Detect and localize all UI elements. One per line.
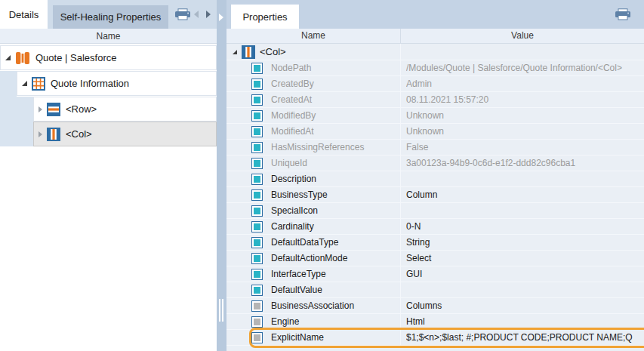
property-row[interactable]: BusinessType Column bbox=[226, 187, 644, 203]
property-value: 3a00123a-94b9-0c6d-e1f2-ddd82c96cba1 bbox=[406, 158, 644, 168]
tree-item-label: <Col> bbox=[66, 128, 92, 140]
property-icon bbox=[251, 285, 263, 296]
module-tree: Quote | Salesforce Quote Information bbox=[0, 44, 217, 351]
row-icon bbox=[47, 103, 60, 116]
property-value: Columns bbox=[406, 300, 644, 311]
tab-details[interactable]: Details bbox=[0, 0, 48, 29]
property-icon bbox=[251, 316, 263, 328]
property-name: DefaultValue bbox=[271, 285, 400, 295]
property-value: Admin bbox=[406, 79, 644, 89]
collapse-triangle-icon[interactable] bbox=[39, 131, 42, 137]
property-row[interactable]: Engine Html bbox=[226, 314, 644, 330]
property-icon bbox=[251, 253, 263, 264]
tab-properties[interactable]: Properties bbox=[231, 5, 299, 29]
property-row[interactable]: DefaultActionMode Select bbox=[226, 251, 644, 266]
property-name: CreatedAt bbox=[271, 94, 400, 105]
property-name: SpecialIcon bbox=[271, 205, 400, 216]
property-icon bbox=[251, 269, 263, 280]
print-icon[interactable] bbox=[615, 8, 631, 20]
property-row[interactable]: Description bbox=[226, 171, 644, 187]
property-icon bbox=[251, 142, 263, 153]
property-value: Select bbox=[406, 253, 644, 263]
property-name: ModifiedAt bbox=[271, 126, 400, 137]
tree-name-column-header[interactable]: Name bbox=[0, 29, 217, 44]
tree-item-label: Quote | Salesforce bbox=[35, 52, 116, 63]
property-row-explicitname[interactable]: ExplicitName $1;$<n>;$last; #;PRODUCT CO… bbox=[226, 330, 644, 346]
properties-grid: <Col> NodePath /Modules/Quote | Salesfor… bbox=[226, 44, 644, 351]
property-name: ModifiedBy bbox=[271, 110, 400, 121]
property-value: GUI bbox=[406, 269, 644, 279]
properties-grid-header: Name Value bbox=[226, 29, 644, 44]
property-name: BusinessType bbox=[271, 189, 400, 200]
property-value: 08.11.2021 15:57:20 bbox=[406, 94, 644, 105]
table-icon bbox=[32, 77, 45, 91]
property-icon bbox=[251, 63, 263, 74]
collapse-triangle-icon[interactable] bbox=[39, 106, 42, 112]
value-column-header[interactable]: Value bbox=[400, 29, 644, 43]
property-icon bbox=[251, 205, 263, 217]
property-row[interactable]: HasMissingReferences False bbox=[226, 140, 644, 155]
property-row[interactable]: UniqueId 3a00123a-94b9-0c6d-e1f2-ddd82c9… bbox=[226, 155, 644, 171]
column-separator[interactable] bbox=[400, 44, 401, 346]
property-value: False bbox=[406, 142, 644, 152]
tree-item-quote-salesforce[interactable]: Quote | Salesforce bbox=[0, 45, 217, 70]
tab-self-healing-properties[interactable]: Self-Healing Properties bbox=[53, 5, 168, 29]
tab-scroll-right-icon[interactable] bbox=[206, 11, 211, 18]
property-row[interactable]: ModifiedBy Unknown bbox=[226, 108, 644, 124]
column-icon bbox=[47, 128, 60, 141]
panel-splitter[interactable] bbox=[217, 0, 226, 351]
property-name: ExplicitName bbox=[271, 332, 400, 343]
left-tab-strip: Details Self-Healing Properties bbox=[0, 0, 217, 29]
print-icon[interactable] bbox=[174, 8, 191, 20]
property-icon bbox=[251, 158, 263, 169]
tree-indent-strip bbox=[0, 71, 17, 146]
property-row[interactable]: SpecialIcon bbox=[226, 203, 644, 219]
property-name: DefaultDataType bbox=[271, 237, 400, 248]
property-value: $1;$<n>;$last; #;PRODUCT CODE;PRODUCT NA… bbox=[406, 332, 644, 343]
property-name: Description bbox=[271, 174, 400, 184]
tree-item-label: <Row> bbox=[66, 103, 97, 115]
property-icon bbox=[251, 79, 263, 90]
property-value: Unknown bbox=[406, 126, 644, 137]
property-row[interactable]: ModifiedAt Unknown bbox=[226, 124, 644, 140]
property-value: Unknown bbox=[406, 110, 644, 121]
property-icon bbox=[251, 221, 263, 232]
property-value: Html bbox=[406, 316, 644, 327]
property-icon bbox=[251, 300, 263, 312]
property-icon bbox=[251, 94, 263, 106]
expand-triangle-icon[interactable] bbox=[5, 55, 11, 60]
expand-triangle-icon[interactable] bbox=[233, 50, 237, 54]
property-row[interactable]: Cardinality 0-N bbox=[226, 219, 644, 235]
collapse-panel-icon[interactable] bbox=[219, 14, 223, 21]
property-row[interactable]: CreatedAt 08.11.2021 15:57:20 bbox=[226, 92, 644, 108]
tree-item-quote-information[interactable]: Quote Information bbox=[17, 71, 217, 96]
property-icon bbox=[251, 189, 263, 201]
properties-panel: Properties Name Value bbox=[226, 0, 644, 351]
tosca-properties-window: Details Self-Healing Properties Name bbox=[0, 0, 644, 351]
property-row[interactable]: DefaultValue bbox=[226, 282, 644, 298]
property-name: Engine bbox=[271, 316, 400, 327]
properties-root-row[interactable]: <Col> bbox=[226, 44, 644, 60]
property-name: DefaultActionMode bbox=[271, 253, 400, 263]
property-value: 0-N bbox=[406, 221, 644, 232]
tab-scroll-left-icon[interactable] bbox=[194, 11, 199, 18]
name-column-header[interactable]: Name bbox=[226, 29, 400, 43]
tree-item-label: Quote Information bbox=[51, 78, 129, 89]
property-icon bbox=[251, 332, 263, 343]
splitter-grip-icon[interactable] bbox=[219, 299, 224, 322]
property-name: Cardinality bbox=[271, 221, 400, 232]
property-row[interactable]: NodePath /Modules/Quote | Salesforce/Quo… bbox=[226, 60, 644, 76]
right-tab-strip: Properties bbox=[226, 0, 644, 29]
tree-item-col[interactable]: <Col> bbox=[33, 122, 217, 146]
property-icon bbox=[251, 174, 263, 185]
property-row[interactable]: InterfaceType GUI bbox=[226, 266, 644, 282]
property-row[interactable]: BusinessAssociation Columns bbox=[226, 298, 644, 314]
property-icon bbox=[251, 237, 263, 248]
property-row[interactable]: CreatedBy Admin bbox=[226, 76, 644, 92]
expand-triangle-icon[interactable] bbox=[22, 81, 27, 86]
property-value: /Modules/Quote | Salesforce/Quote Inform… bbox=[406, 63, 644, 73]
property-name: UniqueId bbox=[271, 158, 400, 168]
property-row[interactable]: DefaultDataType String bbox=[226, 235, 644, 251]
property-value: Column bbox=[406, 189, 644, 200]
tree-item-row[interactable]: <Row> bbox=[33, 97, 217, 122]
